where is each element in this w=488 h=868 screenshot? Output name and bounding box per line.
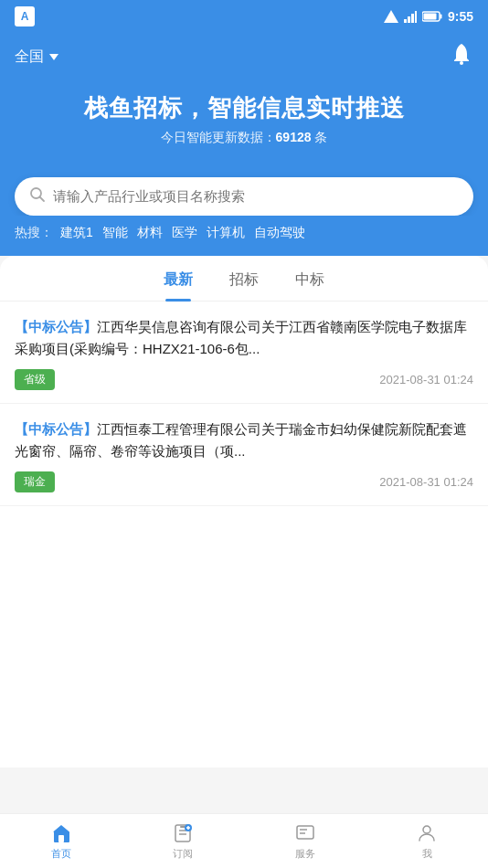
svg-rect-6 [440,15,441,19]
hot-tag-3[interactable]: 医学 [172,225,197,241]
hot-search-tags: 建筑1 智能 材料 医学 计算机 自动驾驶 [60,225,305,241]
svg-marker-0 [384,10,398,23]
subscription-icon [172,822,194,844]
nav-label-profile: 我 [422,847,432,861]
location-label: 全国 [15,48,44,67]
svg-rect-4 [415,11,417,23]
news-time-1: 2021-08-31 01:24 [379,475,473,489]
notification-bell-icon[interactable] [450,42,473,71]
svg-rect-3 [411,14,414,23]
search-icon [29,186,46,206]
tab-bidding[interactable]: 招标 [229,270,259,301]
nav-item-service[interactable]: 服务 [244,814,366,868]
bottom-nav: 首页 订阅 服务 我 [0,813,488,868]
tabs-bar: 最新 招标 中标 [0,256,488,302]
news-meta-0: 省级 2021-08-31 01:24 [15,369,473,390]
nav-item-home[interactable]: 首页 [0,814,122,868]
status-bar: A 9:55 [0,0,488,33]
nav-label-subscription: 订阅 [173,847,193,861]
hot-tag-0[interactable]: 建筑1 [60,225,93,241]
hero-section: 栈鱼招标，智能信息实时推送 今日智能更新数据：69128 条 [0,84,488,164]
svg-line-10 [40,196,45,201]
chevron-down-icon [49,54,58,60]
hot-tag-1[interactable]: 智能 [102,225,128,241]
subtitle-suffix: 条 [312,130,328,144]
region-badge-0: 省级 [15,369,55,390]
svg-rect-7 [423,14,436,20]
hot-tag-2[interactable]: 材料 [137,225,163,241]
hot-tag-5[interactable]: 自动驾驶 [254,225,305,241]
main-content: 最新 招标 中标 【中标公告】江西华昊信息咨询有限公司关于江西省赣南医学院电子数… [0,256,488,767]
list-item[interactable]: 【中标公告】江西恒泰工程管理有限公司关于瑞金市妇幼保健院新院配套遮光窗帘、隔帘、… [0,404,488,506]
svg-rect-1 [404,19,407,23]
svg-rect-2 [408,16,410,23]
hot-search-bar: 热搜： 建筑1 智能 材料 医学 计算机 自动驾驶 [0,216,488,256]
subtitle-prefix: 今日智能更新数据： [161,130,276,144]
svg-point-22 [423,826,430,833]
hero-subtitle: 今日智能更新数据：69128 条 [15,130,473,146]
profile-icon [416,822,438,844]
status-bar-left: A [15,6,35,26]
nav-label-home: 首页 [51,847,71,861]
svg-rect-11 [58,835,64,842]
news-meta-1: 瑞金 2021-08-31 01:24 [15,471,473,492]
svg-point-8 [460,61,463,65]
hero-count: 69128 [276,130,312,144]
home-icon [50,822,72,844]
nav-item-subscription[interactable]: 订阅 [122,814,245,868]
status-bar-right: 9:55 [384,9,473,24]
service-icon [294,822,316,844]
android-icon: A [15,6,35,26]
battery-icon [422,11,442,22]
tab-awarded[interactable]: 中标 [295,270,324,301]
svg-rect-19 [297,826,313,839]
time-label: 9:55 [448,9,473,24]
news-tag-1: 【中标公告】 [15,421,97,437]
hot-tag-4[interactable]: 计算机 [207,225,245,241]
region-badge-1: 瑞金 [15,471,55,492]
search-section [0,164,488,216]
news-list: 【中标公告】江西华昊信息咨询有限公司关于江西省赣南医学院电子数据库采购项目(采购… [0,302,488,506]
news-title-1: 【中标公告】江西恒泰工程管理有限公司关于瑞金市妇幼保健院新院配套遮光窗帘、隔帘、… [15,418,473,462]
news-tag-0: 【中标公告】 [15,319,97,334]
signal-icon [384,10,398,23]
search-box[interactable] [15,177,473,216]
hero-title: 栈鱼招标，智能信息实时推送 [15,93,473,124]
header: 全国 [0,33,488,84]
search-input[interactable] [53,188,459,204]
news-time-0: 2021-08-31 01:24 [379,373,473,386]
list-item[interactable]: 【中标公告】江西华昊信息咨询有限公司关于江西省赣南医学院电子数据库采购项目(采购… [0,302,488,404]
nav-label-service: 服务 [295,847,315,861]
hot-search-label: 热搜： [15,225,53,241]
nav-item-profile[interactable]: 我 [366,814,489,868]
location-selector[interactable]: 全国 [15,48,58,67]
tab-latest[interactable]: 最新 [164,270,193,301]
news-title-0: 【中标公告】江西华昊信息咨询有限公司关于江西省赣南医学院电子数据库采购项目(采购… [15,316,473,360]
wifi-icon [404,10,417,23]
